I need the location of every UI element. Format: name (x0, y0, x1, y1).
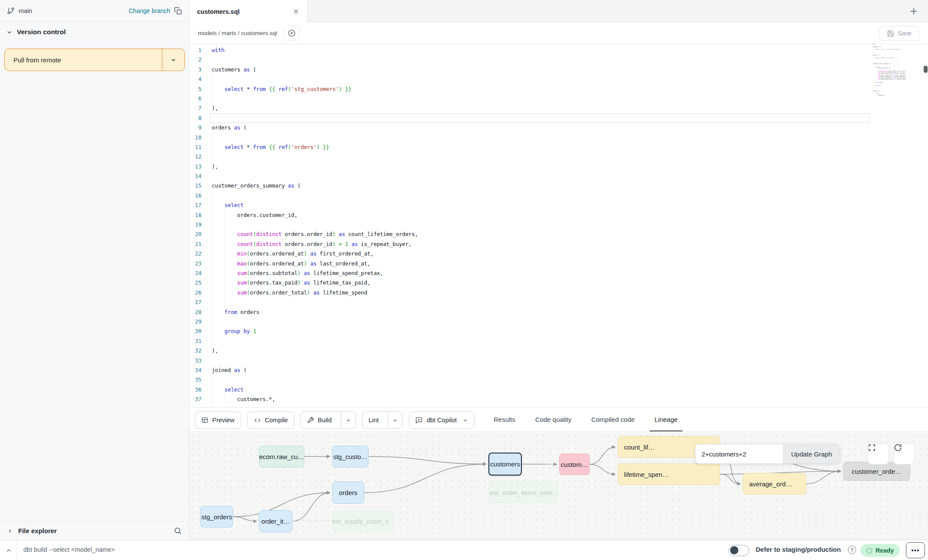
line-number: 8 (189, 113, 201, 123)
line-number: 17 (189, 201, 201, 210)
lineage-canvas[interactable]: Update Graph ecom.raw_cu…stg_custo…custo… (189, 432, 928, 540)
code-line[interactable]: 16 (189, 191, 928, 201)
status-badge[interactable]: Ready (860, 544, 900, 557)
compile-button[interactable]: Compile (247, 411, 294, 429)
code-line[interactable]: 7), (189, 104, 928, 113)
code-line[interactable]: 28 from orders (189, 308, 928, 317)
code-line[interactable]: 30 group by 1 (189, 327, 928, 336)
editor-scrollbar-thumb[interactable] (924, 66, 928, 73)
ready-dot-icon (867, 548, 872, 554)
lineage-node-test_supply[interactable]: test_supply_costs_s… (332, 511, 393, 531)
save-button[interactable]: Save (879, 26, 919, 41)
lineage-node-customers[interactable]: customers (488, 453, 522, 476)
code-line[interactable]: 5 select * from {{ ref('stg_customers') … (189, 84, 928, 94)
line-number: 18 (189, 210, 201, 220)
code-line[interactable]: 1with (189, 45, 928, 55)
lineage-search-input[interactable] (695, 444, 783, 464)
tab-lineage[interactable]: Lineage (653, 408, 679, 431)
code-line[interactable]: 27 (189, 298, 928, 307)
indent-guide (212, 278, 212, 288)
code-line[interactable]: 21 count(distinct orders.order_id) > 1 a… (189, 240, 928, 249)
lineage-node-ecom_raw[interactable]: ecom.raw_cu… (259, 446, 304, 467)
code-editor[interactable]: 1with23customers as (45 select * from {{… (189, 45, 928, 407)
update-graph-button[interactable]: Update Graph (783, 444, 840, 464)
build-dropdown-caret[interactable] (341, 412, 351, 428)
refresh-icon[interactable] (893, 443, 915, 465)
tab-customers-sql[interactable]: customers.sql (189, 0, 307, 23)
code-line[interactable]: 37 customers.*, (189, 395, 928, 404)
lineage-node-orders[interactable]: orders (332, 482, 364, 504)
line-number: 1 (189, 45, 201, 55)
help-icon[interactable]: ? (848, 546, 856, 554)
indent-guide (212, 201, 212, 210)
code-line[interactable]: 18 orders.customer_id, (189, 210, 928, 220)
version-control-header[interactable]: Version control (0, 22, 189, 42)
compass-icon[interactable] (283, 26, 300, 41)
code-line[interactable]: 35 (189, 375, 928, 385)
change-branch-link[interactable]: Change branch (129, 7, 170, 14)
lineage-node-stg_orders[interactable]: stg_orders (200, 506, 233, 528)
code-line[interactable]: 32), (189, 346, 928, 356)
lint-button[interactable]: Lint (362, 411, 403, 429)
lineage-node-lifetime_spend[interactable]: lifetime_spen… (618, 463, 720, 485)
tab-compiled-code[interactable]: Compiled code (590, 408, 636, 431)
wrench-icon (307, 417, 314, 424)
code-line[interactable]: 4 (189, 74, 928, 84)
copy-icon[interactable] (174, 7, 182, 15)
code-text: group by 1 (212, 327, 256, 336)
code-line[interactable]: 31 (189, 337, 928, 346)
tab-results[interactable]: Results (492, 408, 517, 431)
code-line[interactable]: 20 count(distinct orders.order_id) as co… (189, 230, 928, 239)
preview-button[interactable]: Preview (195, 411, 241, 429)
code-line[interactable]: 34joined as ( (189, 366, 928, 375)
lineage-node-test_order_items[interactable]: test_order_items_com… (489, 482, 558, 503)
code-line[interactable]: 29 (189, 317, 928, 327)
code-line[interactable]: 9orders as ( (189, 123, 928, 133)
code-text: max(orders.ordered_at) as last_ordered_a… (212, 259, 370, 269)
code-line[interactable]: 6 (189, 94, 928, 104)
indent-guide (225, 269, 225, 278)
pull-dropdown-caret[interactable] (162, 49, 184, 71)
tab-code-quality[interactable]: Code quality (534, 408, 572, 431)
more-options-button[interactable]: ••• (906, 542, 925, 558)
code-line[interactable]: 2 (189, 55, 928, 65)
code-line[interactable]: 17 select (189, 201, 928, 210)
code-line[interactable]: 10 (189, 133, 928, 142)
lineage-node-average_order[interactable]: average_ord… (743, 473, 806, 495)
close-icon[interactable] (293, 8, 299, 15)
indent-guide (225, 278, 225, 288)
code-line[interactable]: 33 (189, 356, 928, 366)
indent-guide (212, 84, 212, 94)
code-line[interactable]: 19 (189, 220, 928, 230)
search-icon[interactable] (174, 527, 182, 535)
fullscreen-icon[interactable] (867, 443, 889, 465)
file-explorer-header[interactable]: File explorer (0, 521, 189, 540)
code-line[interactable]: 12 (189, 152, 928, 162)
indent-guide (212, 269, 212, 278)
chevron-up-icon[interactable] (3, 546, 14, 555)
defer-toggle[interactable] (728, 545, 749, 556)
command-input[interactable]: dbt build --select <model_name> (23, 546, 115, 553)
code-line[interactable]: 13), (189, 162, 928, 172)
code-line[interactable]: 36 select (189, 385, 928, 395)
new-tab-button[interactable] (908, 6, 919, 17)
code-line[interactable]: 26 sum(orders.order_total) as lifetime_s… (189, 288, 928, 298)
code-line[interactable]: 15customer_orders_summary as ( (189, 181, 928, 191)
code-line[interactable]: 24 sum(orders.subtotal) as lifetime_spen… (189, 269, 928, 278)
code-line[interactable]: 25 sum(orders.tax_paid) as lifetime_tax_… (189, 278, 928, 288)
lint-dropdown-caret[interactable] (388, 412, 398, 428)
code-line[interactable]: 3customers as ( (189, 65, 928, 74)
code-line[interactable]: 14 (189, 172, 928, 181)
indent-guide (225, 210, 225, 220)
build-button[interactable]: Build (301, 411, 356, 429)
lineage-node-stg_customers[interactable]: stg_custo… (332, 446, 369, 467)
code-line[interactable]: 8 (189, 113, 928, 123)
pull-from-remote-button[interactable]: Pull from remote (4, 49, 185, 71)
copilot-dropdown-caret[interactable] (462, 418, 468, 423)
code-line[interactable]: 22 min(orders.ordered_at) as first_order… (189, 249, 928, 259)
lineage-node-customers_summary[interactable]: custom… (559, 453, 590, 475)
code-line[interactable]: 23 max(orders.ordered_at) as last_ordere… (189, 259, 928, 269)
code-line[interactable]: 11 select * from {{ ref('orders') }} (189, 142, 928, 152)
lineage-node-order_items[interactable]: order_it… (259, 510, 292, 532)
dbt-copilot-button[interactable]: dbt Copilot (409, 411, 474, 429)
